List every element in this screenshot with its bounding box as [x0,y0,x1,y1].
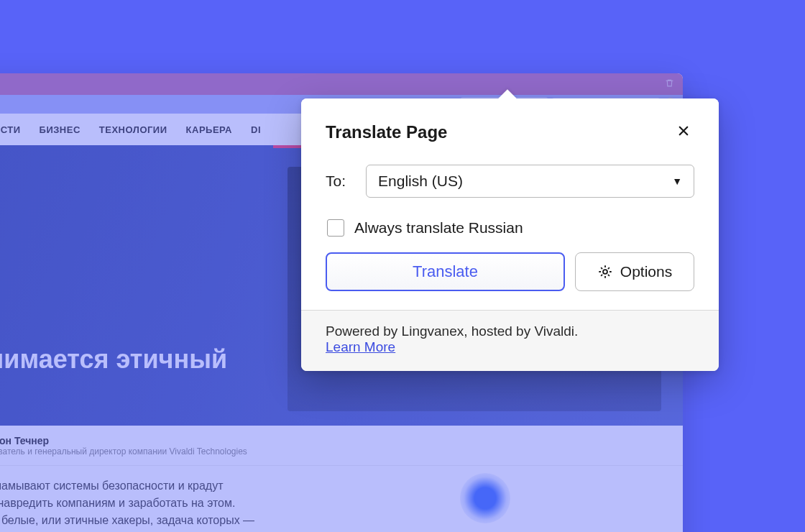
popup-title: Translate Page [326,122,447,142]
options-label: Options [620,263,672,280]
article-line: все хакеры взламывают системы безопаснос… [0,477,668,495]
nav-more[interactable]: DI [251,124,261,135]
always-translate-label: Always translate Russian [354,219,523,237]
gear-icon [597,264,613,280]
article-line: нные с целью навредить компаниям и зараб… [0,495,668,512]
tab-strip: м за + [0,73,683,95]
chevron-down-icon: ▼ [672,175,682,187]
nav-news[interactable]: НОВОСТИ [0,124,21,135]
decorative-circle [460,473,510,523]
language-value: English (US) [378,173,463,190]
popup-footer: Powered by Lingvanex, hosted by Vivaldi.… [301,310,719,371]
options-button[interactable]: Options [575,252,694,291]
translate-popup: Translate Page To: English (US) ▼ Always… [301,98,719,371]
close-icon [677,124,690,137]
translate-button[interactable]: Translate [326,252,565,291]
author-name: Йон фон Течнер [0,435,247,446]
svg-point-2 [603,270,607,274]
hero-title: ем занимается этичный ать? [0,344,249,405]
author-subtitle: Сооснователь и генеральный директор комп… [0,446,247,457]
nav-career[interactable]: КАРЬЕРА [186,124,232,135]
footer-text: Powered by Lingvanex, hosted by Vivaldi. [326,324,578,339]
language-select[interactable]: English (US) ▼ [366,165,694,198]
to-label: To: [326,173,346,190]
nav-tech[interactable]: ТЕХНОЛОГИИ [99,124,167,135]
trash-icon[interactable] [665,78,674,90]
nav-business[interactable]: БИЗНЕС [40,124,80,135]
author-row: Йон фон Течнер Сооснователь и генеральны… [0,426,683,466]
article-line: еди них есть и белые, или этичные хакеры… [0,512,668,529]
hero-title-line1: ем занимается этичный [0,344,227,374]
close-button[interactable] [673,120,694,145]
learn-more-link[interactable]: Learn More [326,339,395,354]
article-body: все хакеры взламывают системы безопаснос… [0,466,683,529]
always-translate-checkbox[interactable] [327,219,344,237]
